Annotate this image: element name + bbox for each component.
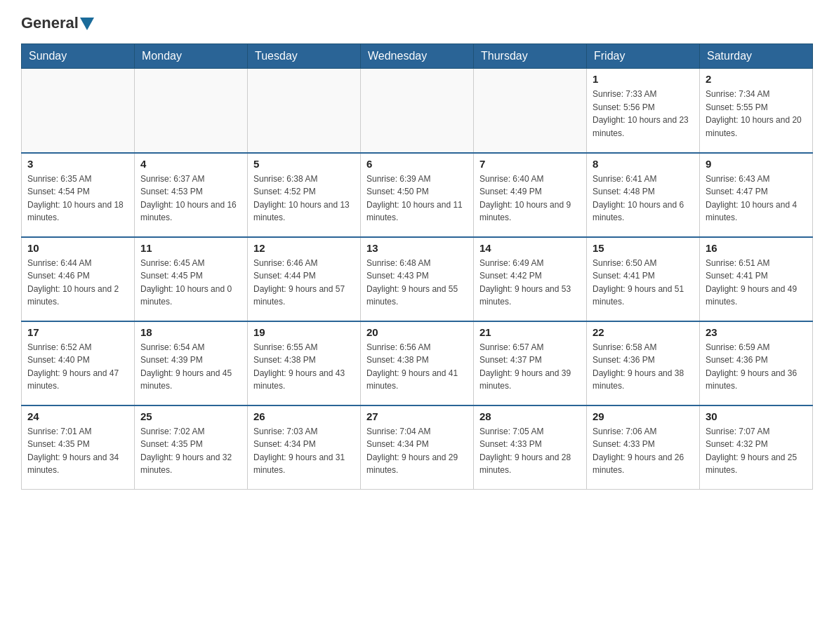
day-number: 14: [479, 242, 581, 254]
day-info: Sunrise: 7:02 AMSunset: 4:35 PMDaylight:…: [140, 425, 241, 477]
day-number: 13: [366, 242, 468, 254]
day-number: 19: [253, 326, 355, 338]
weekday-header-monday: Monday: [135, 44, 248, 69]
day-info: Sunrise: 6:51 AMSunset: 4:41 PMDaylight:…: [706, 257, 807, 309]
day-number: 16: [706, 242, 807, 254]
day-info: Sunrise: 6:50 AMSunset: 4:41 PMDaylight:…: [593, 257, 694, 309]
day-info: Sunrise: 6:37 AMSunset: 4:53 PMDaylight:…: [140, 173, 241, 224]
day-number: 25: [140, 410, 241, 422]
day-number: 8: [593, 158, 694, 170]
day-info: Sunrise: 6:40 AMSunset: 4:49 PMDaylight:…: [479, 173, 581, 224]
day-number: 10: [27, 242, 128, 254]
day-info: Sunrise: 7:33 AMSunset: 5:56 PMDaylight:…: [593, 88, 694, 140]
calendar-week-row: 17Sunrise: 6:52 AMSunset: 4:40 PMDayligh…: [22, 321, 813, 405]
calendar-cell: 7Sunrise: 6:40 AMSunset: 4:49 PMDaylight…: [474, 153, 587, 237]
calendar-week-row: 1Sunrise: 7:33 AMSunset: 5:56 PMDaylight…: [22, 69, 813, 153]
calendar-cell: 15Sunrise: 6:50 AMSunset: 4:41 PMDayligh…: [587, 237, 700, 321]
day-number: 3: [27, 158, 128, 170]
logo: General: [21, 14, 94, 29]
calendar-cell: 16Sunrise: 6:51 AMSunset: 4:41 PMDayligh…: [700, 237, 813, 321]
calendar-cell: 17Sunrise: 6:52 AMSunset: 4:40 PMDayligh…: [22, 321, 135, 405]
day-info: Sunrise: 6:52 AMSunset: 4:40 PMDaylight:…: [27, 341, 128, 393]
day-info: Sunrise: 6:41 AMSunset: 4:48 PMDaylight:…: [593, 173, 694, 224]
day-number: 29: [593, 410, 694, 422]
day-info: Sunrise: 6:56 AMSunset: 4:38 PMDaylight:…: [366, 341, 468, 393]
calendar-header-row: SundayMondayTuesdayWednesdayThursdayFrid…: [22, 44, 813, 69]
calendar-cell: [248, 69, 361, 153]
calendar-cell: 13Sunrise: 6:48 AMSunset: 4:43 PMDayligh…: [361, 237, 474, 321]
day-number: 28: [479, 410, 581, 422]
logo-general-text: General: [21, 14, 79, 32]
day-info: Sunrise: 6:38 AMSunset: 4:52 PMDaylight:…: [253, 173, 355, 224]
calendar-cell: 3Sunrise: 6:35 AMSunset: 4:54 PMDaylight…: [22, 153, 135, 237]
day-info: Sunrise: 6:39 AMSunset: 4:50 PMDaylight:…: [366, 173, 468, 224]
day-number: 11: [140, 242, 241, 254]
calendar-week-row: 3Sunrise: 6:35 AMSunset: 4:54 PMDaylight…: [22, 153, 813, 237]
calendar-cell: 12Sunrise: 6:46 AMSunset: 4:44 PMDayligh…: [248, 237, 361, 321]
page-header: General: [21, 14, 813, 29]
calendar-week-row: 10Sunrise: 6:44 AMSunset: 4:46 PMDayligh…: [22, 237, 813, 321]
calendar-cell: 2Sunrise: 7:34 AMSunset: 5:55 PMDaylight…: [700, 69, 813, 153]
calendar-cell: 14Sunrise: 6:49 AMSunset: 4:42 PMDayligh…: [474, 237, 587, 321]
calendar-cell: 6Sunrise: 6:39 AMSunset: 4:50 PMDaylight…: [361, 153, 474, 237]
day-info: Sunrise: 6:48 AMSunset: 4:43 PMDaylight:…: [366, 257, 468, 309]
day-number: 5: [253, 158, 355, 170]
calendar-cell: 23Sunrise: 6:59 AMSunset: 4:36 PMDayligh…: [700, 321, 813, 405]
calendar-cell: 25Sunrise: 7:02 AMSunset: 4:35 PMDayligh…: [135, 405, 248, 490]
day-info: Sunrise: 6:55 AMSunset: 4:38 PMDaylight:…: [253, 341, 355, 393]
calendar-cell: 19Sunrise: 6:55 AMSunset: 4:38 PMDayligh…: [248, 321, 361, 405]
day-number: 17: [27, 326, 128, 338]
day-number: 20: [366, 326, 468, 338]
weekday-header-tuesday: Tuesday: [248, 44, 361, 69]
day-number: 21: [479, 326, 581, 338]
day-number: 7: [479, 158, 581, 170]
calendar-cell: 1Sunrise: 7:33 AMSunset: 5:56 PMDaylight…: [587, 69, 700, 153]
day-info: Sunrise: 7:07 AMSunset: 4:32 PMDaylight:…: [706, 425, 807, 477]
day-number: 22: [593, 326, 694, 338]
day-number: 23: [706, 326, 807, 338]
day-number: 12: [253, 242, 355, 254]
day-number: 15: [593, 242, 694, 254]
calendar-cell: 5Sunrise: 6:38 AMSunset: 4:52 PMDaylight…: [248, 153, 361, 237]
day-number: 24: [27, 410, 128, 422]
day-info: Sunrise: 7:34 AMSunset: 5:55 PMDaylight:…: [706, 88, 807, 140]
calendar-cell: 11Sunrise: 6:45 AMSunset: 4:45 PMDayligh…: [135, 237, 248, 321]
calendar-week-row: 24Sunrise: 7:01 AMSunset: 4:35 PMDayligh…: [22, 405, 813, 490]
calendar-cell: [474, 69, 587, 153]
calendar-cell: 18Sunrise: 6:54 AMSunset: 4:39 PMDayligh…: [135, 321, 248, 405]
weekday-header-sunday: Sunday: [22, 44, 135, 69]
day-number: 18: [140, 326, 241, 338]
weekday-header-friday: Friday: [587, 44, 700, 69]
day-info: Sunrise: 7:03 AMSunset: 4:34 PMDaylight:…: [253, 425, 355, 477]
calendar-cell: 10Sunrise: 6:44 AMSunset: 4:46 PMDayligh…: [22, 237, 135, 321]
calendar-cell: [135, 69, 248, 153]
day-info: Sunrise: 6:58 AMSunset: 4:36 PMDaylight:…: [593, 341, 694, 393]
calendar-cell: 9Sunrise: 6:43 AMSunset: 4:47 PMDaylight…: [700, 153, 813, 237]
day-info: Sunrise: 6:43 AMSunset: 4:47 PMDaylight:…: [706, 173, 807, 224]
calendar-cell: 4Sunrise: 6:37 AMSunset: 4:53 PMDaylight…: [135, 153, 248, 237]
day-info: Sunrise: 7:06 AMSunset: 4:33 PMDaylight:…: [593, 425, 694, 477]
day-info: Sunrise: 6:45 AMSunset: 4:45 PMDaylight:…: [140, 257, 241, 309]
day-info: Sunrise: 6:57 AMSunset: 4:37 PMDaylight:…: [479, 341, 581, 393]
logo-general: General: [21, 14, 94, 32]
day-number: 9: [706, 158, 807, 170]
day-number: 30: [706, 410, 807, 422]
calendar-cell: 26Sunrise: 7:03 AMSunset: 4:34 PMDayligh…: [248, 405, 361, 490]
day-number: 26: [253, 410, 355, 422]
calendar-cell: 29Sunrise: 7:06 AMSunset: 4:33 PMDayligh…: [587, 405, 700, 490]
day-info: Sunrise: 6:49 AMSunset: 4:42 PMDaylight:…: [479, 257, 581, 309]
calendar-cell: 22Sunrise: 6:58 AMSunset: 4:36 PMDayligh…: [587, 321, 700, 405]
calendar-cell: 28Sunrise: 7:05 AMSunset: 4:33 PMDayligh…: [474, 405, 587, 490]
day-info: Sunrise: 6:54 AMSunset: 4:39 PMDaylight:…: [140, 341, 241, 393]
day-number: 1: [593, 73, 694, 85]
day-number: 6: [366, 158, 468, 170]
weekday-header-saturday: Saturday: [700, 44, 813, 69]
day-info: Sunrise: 7:04 AMSunset: 4:34 PMDaylight:…: [366, 425, 468, 477]
calendar-cell: 21Sunrise: 6:57 AMSunset: 4:37 PMDayligh…: [474, 321, 587, 405]
day-info: Sunrise: 6:44 AMSunset: 4:46 PMDaylight:…: [27, 257, 128, 309]
calendar-table: SundayMondayTuesdayWednesdayThursdayFrid…: [21, 43, 813, 490]
day-info: Sunrise: 6:59 AMSunset: 4:36 PMDaylight:…: [706, 341, 807, 393]
day-info: Sunrise: 6:35 AMSunset: 4:54 PMDaylight:…: [27, 173, 128, 224]
logo-arrow-icon: [80, 18, 94, 30]
day-info: Sunrise: 6:46 AMSunset: 4:44 PMDaylight:…: [253, 257, 355, 309]
